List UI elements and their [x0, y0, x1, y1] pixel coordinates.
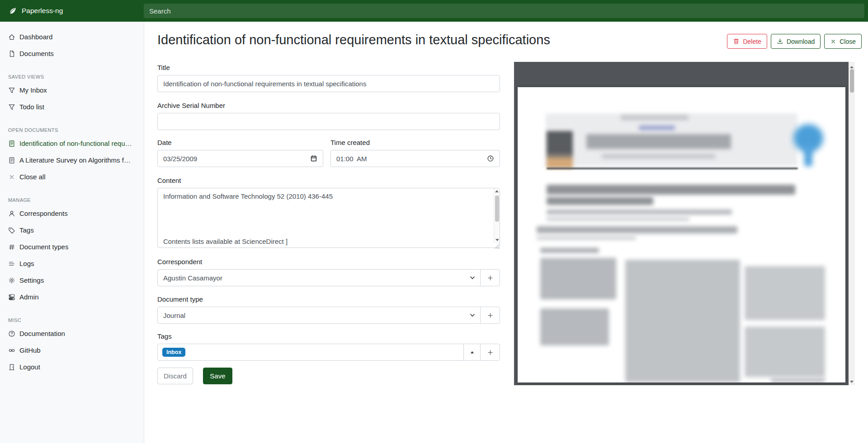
pdf-footer-line: [771, 378, 825, 382]
form-actions: Discard Save: [157, 368, 500, 384]
sidebar-item-document-types[interactable]: Document types: [0, 238, 144, 255]
discard-button[interactable]: Discard: [157, 368, 193, 384]
sidebar-heading-saved-views: SAVED VIEWS: [0, 73, 144, 80]
chevron-down-icon: [469, 312, 476, 318]
person-icon: [8, 210, 15, 217]
preview-scrollbar-thumb[interactable]: [850, 69, 854, 93]
sidebar-item-settings[interactable]: Settings: [0, 272, 144, 289]
sidebar-item-dashboard[interactable]: Dashboard: [0, 28, 144, 45]
pdf-journal-link: [639, 126, 675, 130]
tag-badge-inbox[interactable]: Inbox: [162, 348, 185, 357]
app-brand[interactable]: Paperless-ng: [0, 6, 144, 15]
field-tags: Tags Inbox: [157, 332, 500, 361]
pdf-article-info-heading: [540, 248, 599, 253]
leaf-icon: [8, 6, 17, 15]
scroll-down-icon[interactable]: [495, 239, 499, 241]
sidebar-item-logs[interactable]: Logs: [0, 255, 144, 272]
pdf-publisher-logo: [547, 131, 573, 168]
brand-name: Paperless-ng: [22, 7, 63, 15]
close-button[interactable]: Close: [824, 34, 862, 49]
sidebar: Dashboard Documents SAVED VIEWS My Inbox…: [0, 22, 144, 443]
file-text-icon: [8, 157, 15, 164]
asn-input[interactable]: [157, 113, 500, 130]
funnel-icon: [8, 87, 15, 94]
field-time-created: Time created 01:00 AM: [330, 139, 500, 167]
add-correspondent-button[interactable]: [480, 269, 500, 286]
date-label: Date: [157, 139, 323, 147]
sidebar-item-todo-list[interactable]: Todo list: [0, 98, 144, 115]
plus-icon: [487, 349, 494, 356]
funnel-icon: [8, 103, 15, 111]
document-actions: Delete Download Close: [727, 34, 862, 49]
tags-collapse-button[interactable]: [463, 344, 481, 361]
content-scrollbar-thumb[interactable]: [495, 196, 499, 222]
sidebar-item-documentation[interactable]: Documentation: [0, 325, 144, 342]
link-icon: [8, 347, 15, 354]
pdf-abstract-right-1: [745, 266, 825, 320]
sidebar-heading-open-documents: OPEN DOCUMENTS: [0, 126, 144, 134]
sidebar-item-documents[interactable]: Documents: [0, 45, 144, 62]
pdf-abstract-right-2: [745, 326, 825, 377]
question-circle-icon: [8, 330, 15, 337]
caret-up-icon: [469, 350, 475, 355]
scroll-up-icon[interactable]: [495, 190, 499, 192]
pdf-article-info-block-2: [540, 308, 609, 345]
sidebar-item-admin[interactable]: Admin: [0, 289, 144, 305]
preview-scrollbar[interactable]: [849, 62, 855, 385]
asn-label: Archive Serial Number: [157, 102, 500, 110]
date-input[interactable]: 03/25/2009: [157, 150, 323, 167]
sidebar-item-my-inbox[interactable]: My Inbox: [0, 82, 144, 98]
content-textarea[interactable]: Information and Software Technology 52 (…: [157, 188, 500, 248]
delete-button[interactable]: Delete: [727, 34, 767, 49]
time-input[interactable]: 01:00 AM: [330, 150, 500, 167]
content-label: Content: [157, 177, 500, 185]
pdf-journal-title: [586, 134, 731, 149]
save-button[interactable]: Save: [203, 368, 232, 384]
sidebar-item-correspondents[interactable]: Correspondents: [0, 205, 144, 222]
clock-icon[interactable]: [487, 155, 494, 162]
sidebar-item-tags[interactable]: Tags: [0, 222, 144, 238]
pdf-keywords-line-2: [537, 236, 636, 240]
title-input[interactable]: [157, 75, 500, 92]
hash-icon: [8, 243, 15, 251]
correspondent-value: Agustin Casamayor: [163, 274, 469, 282]
document-type-value: Journal: [163, 312, 469, 319]
sidebar-item-logout[interactable]: Logout: [0, 359, 144, 375]
download-button[interactable]: Download: [771, 34, 821, 49]
document-type-label: Document type: [157, 295, 500, 303]
pdf-header-rule: [547, 168, 798, 169]
sidebar-item-github[interactable]: GitHub: [0, 342, 144, 359]
sidebar-item-open-doc-2[interactable]: A Literature Survey on Algorithms for Mu…: [0, 152, 144, 168]
calendar-icon[interactable]: [310, 155, 317, 162]
document-detail-view: Identification of non-functional require…: [145, 22, 868, 443]
plus-icon: [487, 312, 494, 319]
add-tag-button[interactable]: [480, 344, 500, 361]
file-text-icon: [8, 140, 15, 147]
time-created-label: Time created: [330, 139, 500, 147]
document-type-select[interactable]: Journal: [157, 307, 481, 324]
scroll-down-icon[interactable]: [850, 381, 854, 383]
pdf-title-line-2: [547, 197, 653, 205]
search-input[interactable]: [144, 4, 864, 18]
logout-door-icon: [8, 364, 15, 371]
content-scrollbar[interactable]: [494, 188, 500, 243]
title-label: Title: [157, 64, 500, 72]
sidebar-heading-manage: MANAGE: [0, 196, 144, 204]
pdf-authors-line: [547, 210, 732, 215]
sidebar-item-open-doc-1[interactable]: Identification of non-functional require…: [0, 135, 144, 152]
scroll-up-icon[interactable]: [850, 66, 854, 68]
correspondent-label: Correspondent: [157, 258, 500, 266]
add-document-type-button[interactable]: [480, 307, 500, 324]
pdf-journal-line: [621, 115, 689, 120]
gear-icon: [8, 277, 15, 284]
tags-input[interactable]: Inbox: [157, 344, 464, 361]
correspondent-select[interactable]: Agustin Casamayor: [157, 269, 481, 286]
sidebar-item-close-all[interactable]: Close all: [0, 168, 144, 185]
pdf-preview-pane[interactable]: [514, 62, 855, 385]
field-document-type: Document type Journal: [157, 295, 500, 324]
file-icon: [8, 50, 15, 57]
house-icon: [8, 33, 15, 41]
tag-icon: [8, 227, 15, 234]
toggles-icon: [8, 294, 15, 301]
download-icon: [777, 38, 783, 45]
